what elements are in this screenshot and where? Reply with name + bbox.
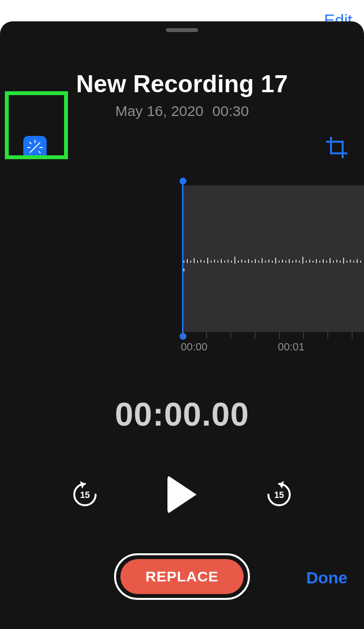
recording-date: May 16, 2020 bbox=[115, 103, 203, 119]
trim-button[interactable] bbox=[325, 136, 348, 159]
timeline-ruler[interactable]: 00:0000:01 bbox=[0, 332, 364, 357]
forward-15-icon: 15 bbox=[265, 480, 294, 509]
ruler-label: 00:01 bbox=[278, 341, 304, 353]
sheet-grabber[interactable] bbox=[166, 28, 198, 32]
skip-back-15-button[interactable]: 15 bbox=[70, 480, 99, 509]
svg-line-0 bbox=[30, 143, 40, 152]
playback-controls: 15 15 bbox=[0, 473, 364, 516]
ruler-label: 00:00 bbox=[181, 341, 207, 353]
svg-text:15: 15 bbox=[80, 490, 90, 500]
current-time-display: 00:00.00 bbox=[0, 395, 364, 433]
waveform-area[interactable] bbox=[0, 185, 364, 332]
waveform-ticks bbox=[183, 257, 364, 260]
replace-button[interactable]: REPLACE bbox=[114, 553, 250, 600]
recording-title[interactable]: New Recording 17 bbox=[0, 70, 364, 98]
playhead[interactable] bbox=[182, 181, 183, 337]
wand-icon bbox=[26, 139, 44, 156]
recording-subline: May 16, 2020 00:30 bbox=[0, 103, 364, 119]
svg-line-4 bbox=[30, 142, 31, 144]
recording-edit-sheet: New Recording 17 May 16, 2020 00:30 bbox=[0, 21, 364, 629]
enhance-recording-button[interactable] bbox=[23, 136, 47, 159]
svg-line-5 bbox=[39, 151, 40, 153]
replace-button-label: REPLACE bbox=[120, 559, 244, 594]
recording-duration: 00:30 bbox=[213, 103, 249, 119]
svg-text:15: 15 bbox=[274, 490, 284, 500]
play-button[interactable] bbox=[167, 475, 197, 514]
crop-icon bbox=[325, 136, 348, 159]
replay-15-icon: 15 bbox=[70, 480, 99, 509]
skip-forward-15-button[interactable]: 15 bbox=[265, 480, 294, 509]
done-button[interactable]: Done bbox=[306, 568, 347, 587]
